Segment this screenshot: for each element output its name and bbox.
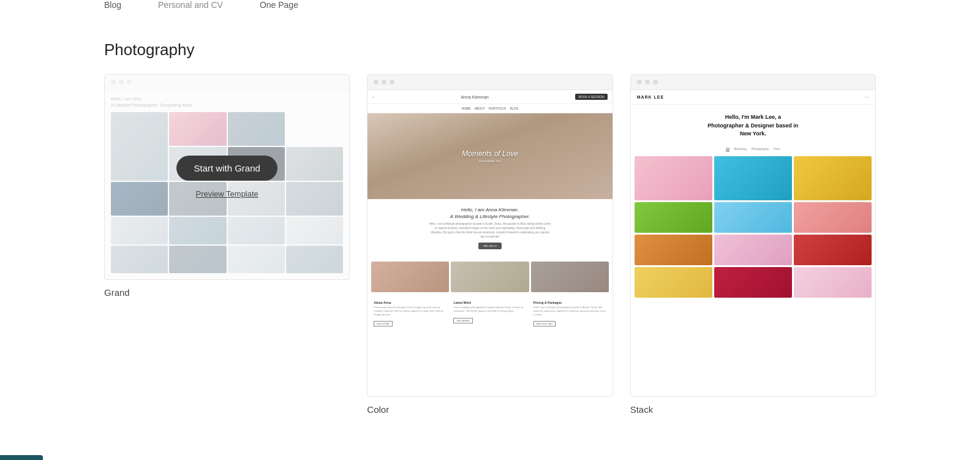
stack-filter-all[interactable]: All <box>726 147 729 151</box>
color-info-pricing-text: Hello, I am a lifestyle photographer loc… <box>533 306 606 316</box>
browser-dot-color-2 <box>382 80 386 85</box>
color-info-pricing-btn[interactable]: SEE FULL BIO <box>533 321 556 326</box>
stack-gallery-cell-7 <box>635 235 712 265</box>
color-gallery <box>368 262 612 292</box>
nav-personal-cv[interactable]: Personal and CV <box>158 0 223 10</box>
stack-preview[interactable]: MARK LEE ··· Hello, I'm Mark Lee, aPhoto… <box>630 74 876 397</box>
browser-dot-color-1 <box>374 80 379 85</box>
color-info-work: Latest Work I am a wedding photographer … <box>451 298 529 330</box>
stack-filter-photography[interactable]: Photography <box>752 147 769 151</box>
preview-template-link[interactable]: Preview Template <box>195 189 258 198</box>
grand-template-name: Grand <box>104 287 130 298</box>
color-info-work-title: Latest Work <box>453 301 526 304</box>
color-sub-nav-portfolio: PORTFOLIO <box>489 107 507 110</box>
stack-template-name: Stack <box>630 404 654 415</box>
color-info-work-text: I am a wedding photographer located in A… <box>453 306 526 312</box>
stack-header: MARK LEE ··· <box>631 90 875 105</box>
stack-hero-section: Hello, I'm Mark Lee, aPhotographer & Des… <box>631 105 875 145</box>
templates-grid: Hello, I am here.A Lifestyle Photographe… <box>0 74 980 439</box>
stack-filter-bar: All Branding Photography Print <box>631 145 875 156</box>
color-sub-nav-blog: BLOG <box>510 107 519 110</box>
stack-gallery-cell-9 <box>794 235 872 265</box>
color-gallery-item-3 <box>531 262 609 292</box>
color-about-section: Hello, I am Anna Klimman.A Wedding & Lif… <box>368 199 612 258</box>
color-hero-overlay: Moments of Love Anna Made This <box>368 113 612 199</box>
color-sub-nav-about: ABOUT <box>475 107 485 110</box>
color-gallery-item-2 <box>451 262 529 292</box>
browser-bar-stack <box>631 75 875 90</box>
grand-hover-overlay: Start with Grand Preview Template <box>105 75 349 279</box>
color-template-card: ‹ Anna Klimman BOOK A SESSION HOME ABOUT… <box>367 74 612 415</box>
color-template-name: Color <box>367 404 389 415</box>
stack-brand: MARK LEE <box>637 95 665 99</box>
browser-dot-stack-2 <box>645 80 650 85</box>
color-nav-book-btn[interactable]: BOOK A SESSION <box>575 94 607 100</box>
grand-template-card: Hello, I am here.A Lifestyle Photographe… <box>104 74 350 415</box>
color-sub-nav: HOME ABOUT PORTFOLIO BLOG <box>368 104 612 113</box>
browser-bar-color <box>368 75 612 90</box>
color-gallery-item-1 <box>371 262 449 292</box>
color-about-text: Hello, I am a lifestyle photographer loc… <box>429 222 551 239</box>
stack-menu-dots: ··· <box>864 94 869 100</box>
stack-gallery-cell-2 <box>714 156 792 200</box>
stack-gallery-cell-1 <box>635 156 712 200</box>
color-sub-nav-home: HOME <box>462 107 471 110</box>
stack-gallery-cell-4 <box>635 202 712 233</box>
color-hero-title: Moments of Love <box>462 149 518 158</box>
stack-gallery <box>631 156 875 301</box>
browser-dot-color-3 <box>390 80 394 85</box>
color-info-about-btn[interactable]: HELLO ME <box>374 321 392 326</box>
color-preview[interactable]: ‹ Anna Klimman BOOK A SESSION HOME ABOUT… <box>367 74 612 397</box>
color-info-about: About Anna Passionate about the beauty o… <box>371 298 449 330</box>
color-info-grid: About Anna Passionate about the beauty o… <box>368 295 612 333</box>
stack-gallery-cell-3 <box>794 156 872 200</box>
color-info-about-title: About Anna <box>374 301 447 304</box>
stack-hero-title: Hello, I'm Mark Lee, aPhotographer & Des… <box>641 113 865 138</box>
color-about-title: Hello, I am Anna Klimman.A Wedding & Lif… <box>377 206 602 220</box>
nav-blog[interactable]: Blog <box>104 0 121 10</box>
color-info-pricing: Pricing & Packages Hello, I am a lifesty… <box>531 298 609 330</box>
stack-gallery-cell-10 <box>635 267 712 298</box>
color-preview-body: ‹ Anna Klimman BOOK A SESSION HOME ABOUT… <box>368 90 612 396</box>
color-info-pricing-title: Pricing & Packages <box>533 301 606 304</box>
start-with-grand-button[interactable]: Start with Grand <box>176 156 277 181</box>
stack-gallery-cell-5 <box>714 202 792 233</box>
stack-template-card: MARK LEE ··· Hello, I'm Mark Lee, aPhoto… <box>630 74 876 415</box>
stack-preview-body: MARK LEE ··· Hello, I'm Mark Lee, aPhoto… <box>631 90 875 396</box>
grand-preview[interactable]: Hello, I am here.A Lifestyle Photographe… <box>104 74 350 280</box>
stack-gallery-cell-8 <box>714 235 792 265</box>
browser-dot-stack-3 <box>653 80 658 85</box>
color-hero: Moments of Love Anna Made This <box>368 113 612 199</box>
section-title: Photography <box>0 22 980 74</box>
color-hero-sub: Anna Made This <box>479 159 501 163</box>
color-nav-brand: Anna Klimman <box>374 95 575 99</box>
browser-dot-stack-1 <box>637 80 642 85</box>
stack-filter-print[interactable]: Print <box>774 147 780 151</box>
color-info-work-btn[interactable]: SEE MORE <box>453 318 472 323</box>
color-info-about-text: Passionate about the beauty of love thou… <box>374 306 447 316</box>
stack-gallery-cell-6 <box>794 202 872 233</box>
stack-gallery-cell-11 <box>714 267 792 298</box>
color-say-hello-btn[interactable]: SAY HELLO <box>478 243 502 249</box>
top-navigation: Blog Personal and CV One Page <box>0 0 980 22</box>
stack-gallery-cell-12 <box>794 267 872 298</box>
color-nav: ‹ Anna Klimman BOOK A SESSION <box>368 90 612 104</box>
stack-filter-branding[interactable]: Branding <box>734 147 747 151</box>
nav-one-page[interactable]: One Page <box>260 0 298 10</box>
